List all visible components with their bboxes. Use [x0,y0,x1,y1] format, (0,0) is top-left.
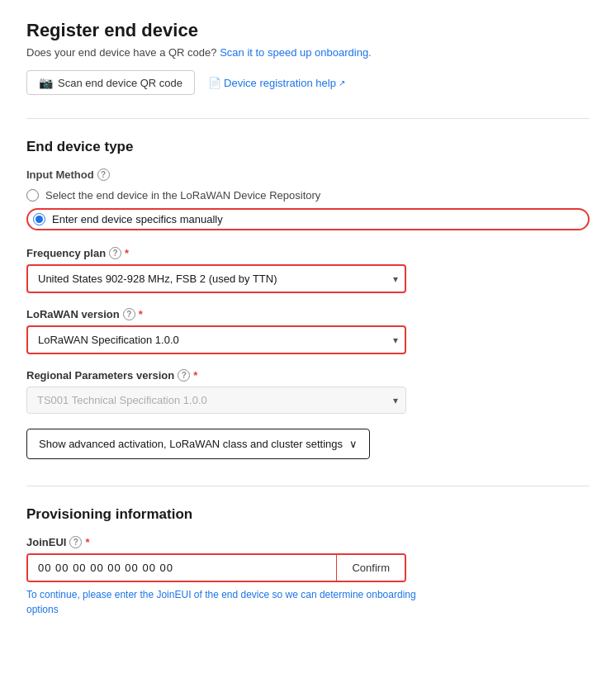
qr-subtitle: Does your end device have a QR code? Sca… [26,46,590,59]
chevron-down-icon: ∨ [349,438,358,450]
radio-option-repo[interactable]: Select the end device in the LoRaWAN Dev… [26,189,590,202]
radio-repo-label: Select the end device in the LoRaWAN Dev… [45,189,320,202]
page-title: Register end device [26,20,590,41]
lorawan-version-label: LoRaWAN version [26,308,120,320]
input-method-label: Input Method [26,168,94,181]
divider-1 [26,118,590,119]
lorawan-version-field: LoRaWAN version ? * LoRaWAN Specificatio… [26,308,590,354]
radio-group-input-method: Select the end device in the LoRaWAN Dev… [26,189,590,230]
join-eui-input[interactable] [28,555,336,581]
join-eui-label: JoinEUI [26,536,66,548]
frequency-plan-select-wrapper: United States 902-928 MHz, FSB 2 (used b… [26,264,406,293]
external-link-icon: ↗ [339,78,345,88]
qr-link[interactable]: Scan it to speed up onboarding. [220,46,372,59]
divider-2 [26,486,590,486]
lorawan-version-select-wrapper: LoRaWAN Specification 1.0.0 ▾ [26,325,406,354]
frequency-plan-label: Frequency plan [26,247,106,259]
section-heading-device-type: End device type [26,139,590,155]
frequency-plan-required: * [125,247,129,259]
regional-params-field: Regional Parameters version ? * TS001 Te… [26,369,590,414]
join-eui-info-text: To continue, please enter the JoinEUI of… [26,587,439,617]
join-eui-help-icon[interactable]: ? [69,536,82,548]
frequency-plan-field: Frequency plan ? * United States 902-928… [26,247,590,293]
lorawan-version-required: * [139,308,143,320]
input-method-help-icon[interactable]: ? [97,168,110,181]
camera-icon: 📷 [39,76,53,89]
radio-manual-label: Enter end device specifics manually [52,213,223,225]
regional-params-label: Regional Parameters version [26,369,174,382]
doc-icon: 📄 [208,77,221,89]
regional-params-select[interactable]: TS001 Technical Specification 1.0.0 [26,387,406,414]
scan-qr-button[interactable]: 📷 Scan end device QR code [26,70,195,95]
regional-params-help-icon[interactable]: ? [178,369,190,382]
help-link[interactable]: 📄 Device registration help ↗ [208,77,345,89]
frequency-plan-select[interactable]: United States 902-928 MHz, FSB 2 (used b… [26,264,406,293]
frequency-plan-help-icon[interactable]: ? [109,247,121,259]
section-heading-provisioning: Provisioning information [26,506,590,523]
radio-repo[interactable] [26,189,39,202]
regional-params-required: * [193,369,197,382]
join-eui-required: * [85,536,89,548]
help-link-label: Device registration help [224,77,336,89]
regional-params-select-wrapper: TS001 Technical Specification 1.0.0 ▾ [26,387,406,414]
scan-button-label: Scan end device QR code [58,77,182,89]
lorawan-version-select[interactable]: LoRaWAN Specification 1.0.0 [26,325,406,354]
radio-option-manual[interactable]: Enter end device specifics manually [26,208,590,230]
radio-manual[interactable] [33,213,45,225]
join-eui-field: JoinEUI ? * Confirm To continue, please … [26,536,590,617]
lorawan-version-help-icon[interactable]: ? [123,308,135,320]
advanced-settings-toggle[interactable]: Show advanced activation, LoRaWAN class … [26,429,370,459]
confirm-button[interactable]: Confirm [336,555,405,581]
join-eui-input-row: Confirm [26,553,406,582]
advanced-toggle-label: Show advanced activation, LoRaWAN class … [39,438,343,450]
